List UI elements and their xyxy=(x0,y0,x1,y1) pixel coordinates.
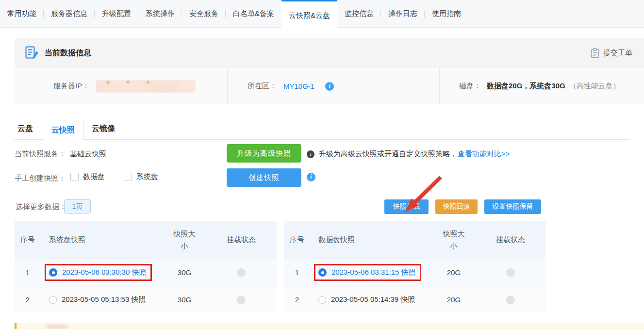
red-highlight-box: 2023-05-06 03:31:15 快照 xyxy=(314,264,421,281)
submit-ticket-label: 提交工单 xyxy=(603,49,632,58)
col-header-index: 序号 xyxy=(15,235,41,245)
zone-info-icon[interactable] xyxy=(325,82,334,91)
col-header-name: 数据盘快照 xyxy=(310,235,432,245)
info-icon-dark xyxy=(307,150,314,158)
system-disk-option: 系统盘 xyxy=(124,172,158,181)
row-index: 1 xyxy=(284,268,310,277)
col-header-size: 快照大小 xyxy=(172,228,197,252)
col-header-name: 系统盘快照 xyxy=(41,235,163,245)
snapshot-retention-button[interactable]: 设置快照保留 xyxy=(484,199,541,214)
tab-whitelist-icp[interactable]: 白名单&备案 xyxy=(226,0,281,28)
disk-snapshot-subtabs: 云盘 云快照 云镜像 xyxy=(15,118,629,140)
subtab-cloud-snapshot[interactable]: 云快照 xyxy=(43,120,83,140)
tab-upgrade-config[interactable]: 升级配置 xyxy=(95,0,138,28)
disk-type-note: （高性能云盘） xyxy=(569,82,620,91)
mount-status-dot xyxy=(506,268,515,277)
server-ip-section: 服务器IP： xyxy=(15,68,227,104)
server-ip-label: 服务器IP： xyxy=(53,82,89,91)
radio-selected[interactable] xyxy=(49,268,57,277)
page-1-button[interactable]: 1页 xyxy=(64,199,91,214)
zone-value: MY10G-1 xyxy=(283,82,314,90)
tab-security-services[interactable]: 安全服务 xyxy=(182,0,226,28)
upgrade-note: 升级为高级云快照或开通自定义快照策略， 查看功能对比>> xyxy=(307,149,510,159)
row-index: 1 xyxy=(15,268,41,277)
snapshot-mount-button[interactable]: 快照挂载 xyxy=(384,199,429,214)
table-row: 1 2023-05-06 03:30:30 快照 30G xyxy=(15,259,277,286)
col-header-status: 挂载状态 xyxy=(206,235,277,245)
col-header-index: 序号 xyxy=(284,235,310,245)
tab-system-operations[interactable]: 系统操作 xyxy=(138,0,182,28)
snapshot-service-value: 基础云快照 xyxy=(70,149,106,159)
system-disk-snapshot-table: 序号 系统盘快照 快照大小 挂载状态 1 2023-05-06 03:30:30… xyxy=(15,221,277,313)
col-header-status: 挂载状态 xyxy=(475,235,546,245)
clipboard-icon xyxy=(591,48,599,58)
red-highlight-box: 2023-05-06 03:30:30 快照 xyxy=(45,264,152,281)
subtab-cloud-image[interactable]: 云镜像 xyxy=(83,118,123,139)
snapshot-rollback-button[interactable]: 快照回滚 xyxy=(435,199,478,214)
table-row: 2 2023-05-05 05:14:39 快照 20G xyxy=(284,286,545,313)
snapshot-size: 20G xyxy=(432,296,475,304)
table-row: 1 2023-05-06 03:31:15 快照 20G xyxy=(284,259,545,286)
col-header-size: 快照大小 xyxy=(442,228,466,252)
server-ip-redacted xyxy=(96,80,196,93)
upgrade-snapshot-button[interactable]: 升级为高级快照 xyxy=(227,144,301,163)
data-disk-option-label: 数据盘 xyxy=(83,172,105,181)
mount-status-dot xyxy=(506,296,515,304)
more-data-label: 选择更多数据： xyxy=(16,202,66,212)
zone-section: 所在区： MY10G-1 xyxy=(227,68,439,104)
radio-selected[interactable] xyxy=(318,268,327,277)
system-disk-option-label: 系统盘 xyxy=(136,172,158,181)
mount-status-dot xyxy=(237,296,246,304)
disk-section: 磁盘： 数据盘20G，系统盘30G （高性能云盘） xyxy=(439,68,644,104)
manual-snapshot-label: 手工创建快照： xyxy=(15,174,66,183)
tab-monitoring-info[interactable]: 监控信息 xyxy=(337,0,381,28)
snapshot-size: 20G xyxy=(432,268,475,277)
disk-value: 数据盘20G，系统盘30G xyxy=(487,82,565,91)
upgrade-note-text: 升级为高级云快照或开通自定义快照策略， xyxy=(319,149,457,159)
snapshot-name-link[interactable]: 2023-05-06 03:30:30 快照 xyxy=(62,268,146,277)
feature-compare-link[interactable]: 查看功能对比>> xyxy=(458,149,510,159)
data-disk-checkbox[interactable] xyxy=(70,173,79,181)
snapshot-size: 30G xyxy=(163,296,206,304)
table-row: 2 2023-05-05 05:13:53 快照 30G xyxy=(15,286,277,313)
current-data-header: 当前数据信息 提交工单 xyxy=(15,38,644,68)
snapshot-name[interactable]: 2023-05-05 05:13:53 快照 xyxy=(62,295,146,304)
radio-unselected[interactable] xyxy=(318,296,326,304)
create-snapshot-button[interactable]: 创建快照 xyxy=(227,168,301,187)
server-info-row: 服务器IP： 所在区： MY10G-1 磁盘： 数据盘20G，系统盘30G （高… xyxy=(15,68,644,104)
create-snapshot-info-icon[interactable] xyxy=(307,173,315,181)
tab-server-info[interactable]: 服务器信息 xyxy=(44,0,95,28)
tab-snapshot-and-disk[interactable]: 云快照&云盘 xyxy=(281,0,337,30)
subtab-cloud-disk[interactable]: 云盘 xyxy=(15,118,43,139)
document-edit-icon xyxy=(25,46,38,60)
notice-redacted-smudge xyxy=(46,325,68,329)
tab-operation-logs[interactable]: 操作日志 xyxy=(381,0,425,28)
snapshot-name-link[interactable]: 2023-05-06 03:31:15 快照 xyxy=(331,268,415,277)
data-disk-snapshot-table: 序号 数据盘快照 快照大小 挂载状态 1 2023-05-06 03:31:15… xyxy=(284,221,545,313)
top-navigation: 常用功能 服务器信息 升级配置 系统操作 安全服务 白名单&备案 云快照&云盘 … xyxy=(0,0,644,28)
snapshot-size: 30G xyxy=(163,268,206,277)
radio-unselected[interactable] xyxy=(49,296,57,304)
row-index: 2 xyxy=(284,296,310,304)
bottom-notice-bar xyxy=(15,323,644,329)
tab-common-features[interactable]: 常用功能 xyxy=(0,0,44,28)
data-disk-option: 数据盘 xyxy=(70,172,105,181)
system-disk-checkbox[interactable] xyxy=(124,173,132,181)
snapshot-service-label: 当前快照服务： xyxy=(15,149,66,159)
disk-label: 磁盘： xyxy=(459,82,481,91)
page-title: 当前数据信息 xyxy=(45,48,91,58)
submit-ticket-button[interactable]: 提交工单 xyxy=(591,48,633,58)
tab-user-guide[interactable]: 使用指南 xyxy=(425,0,468,28)
mount-status-dot xyxy=(237,268,246,277)
snapshot-name[interactable]: 2023-05-05 05:14:39 快照 xyxy=(331,295,415,304)
table-header-row: 序号 系统盘快照 快照大小 挂载状态 xyxy=(15,221,277,259)
zone-label: 所在区： xyxy=(248,82,277,91)
row-index: 2 xyxy=(15,296,41,304)
table-header-row: 序号 数据盘快照 快照大小 挂载状态 xyxy=(284,221,545,259)
